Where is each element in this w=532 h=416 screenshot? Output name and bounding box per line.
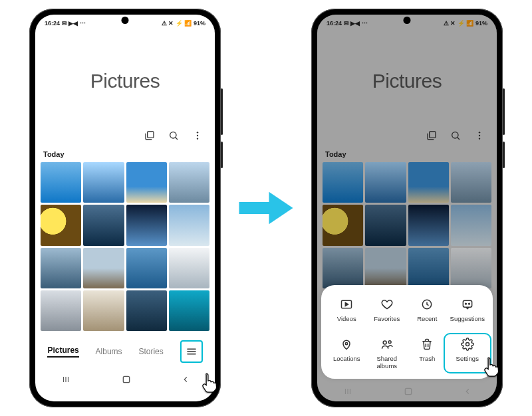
photo-thumb[interactable] <box>83 205 124 245</box>
photo-thumb[interactable] <box>169 290 209 331</box>
front-camera <box>122 17 129 24</box>
svg-point-1 <box>170 132 176 138</box>
more-icon[interactable] <box>192 130 203 141</box>
svg-point-15 <box>468 303 469 304</box>
svg-rect-0 <box>148 132 154 138</box>
clock-icon <box>420 297 434 312</box>
sheet-shared[interactable]: Shared albums <box>367 337 408 369</box>
photo-thumb[interactable] <box>451 205 491 245</box>
svg-rect-6 <box>430 132 436 138</box>
phone-right: 16:24 ✉ ▶◀ ⋯ ⚠ ✕ ⚡ 📶 91% Pictures Today <box>311 9 503 407</box>
menu-button[interactable] <box>180 340 203 363</box>
photo-thumb[interactable] <box>365 162 406 203</box>
photo-thumb[interactable] <box>408 205 449 245</box>
photo-thumb[interactable] <box>41 290 81 331</box>
photo-thumb[interactable] <box>323 162 363 203</box>
photo-thumb[interactable] <box>169 248 209 288</box>
multi-select-icon[interactable] <box>426 130 437 141</box>
photo-thumb[interactable] <box>83 162 124 203</box>
location-icon <box>339 337 354 352</box>
svg-point-10 <box>479 138 480 139</box>
transition-arrow-icon <box>233 185 299 231</box>
home-icon[interactable] <box>403 386 414 397</box>
suggestions-icon <box>460 297 475 312</box>
tab-stories[interactable]: Stories <box>138 347 163 356</box>
svg-point-2 <box>197 132 198 133</box>
section-today: Today <box>317 148 497 162</box>
bottom-tabs: Pictures Albums Stories <box>35 331 215 369</box>
page-header: Pictures <box>35 32 215 130</box>
search-icon[interactable] <box>168 130 179 141</box>
toolbar <box>317 130 497 148</box>
volume-button <box>503 88 505 135</box>
sheet-favorites[interactable]: Favorites <box>367 297 408 322</box>
trash-icon <box>420 337 434 352</box>
photo-thumb[interactable] <box>83 290 124 331</box>
videos-icon <box>339 297 354 312</box>
photo-thumb[interactable] <box>408 248 449 288</box>
section-today: Today <box>35 148 215 162</box>
front-camera <box>404 17 411 24</box>
home-icon[interactable] <box>121 374 132 385</box>
svg-point-7 <box>452 132 458 138</box>
svg-point-14 <box>465 303 466 304</box>
recents-icon[interactable] <box>60 375 72 384</box>
photo-thumb[interactable] <box>451 248 491 288</box>
photo-grid <box>317 162 497 288</box>
more-icon[interactable] <box>474 130 485 141</box>
android-navbar <box>35 369 215 389</box>
power-button <box>503 142 505 168</box>
photo-thumb[interactable] <box>323 248 363 288</box>
phone-left: 16:24 ✉ ▶◀ ⋯ ⚠ ✕ ⚡ 📶 91% Pictures Today <box>29 9 221 407</box>
gear-icon <box>460 337 475 352</box>
back-icon[interactable] <box>181 375 190 384</box>
svg-point-8 <box>479 132 480 133</box>
page-header: Pictures <box>317 32 497 130</box>
svg-point-16 <box>346 343 348 345</box>
menu-sheet: Videos Favorites Recent Suggestions Loca… <box>321 285 493 379</box>
photo-thumb[interactable] <box>41 205 81 245</box>
page-title: Pictures <box>90 70 160 92</box>
shared-icon <box>380 337 394 352</box>
heart-icon <box>380 297 394 312</box>
photo-thumb[interactable] <box>365 205 406 245</box>
tab-albums[interactable]: Albums <box>96 347 122 356</box>
power-button <box>221 142 223 168</box>
photo-thumb[interactable] <box>169 205 209 245</box>
back-icon[interactable] <box>463 387 472 396</box>
sheet-recent[interactable]: Recent <box>407 297 448 322</box>
svg-rect-13 <box>463 300 471 307</box>
android-navbar <box>317 381 497 401</box>
page-title: Pictures <box>372 70 442 92</box>
photo-thumb[interactable] <box>126 162 167 203</box>
search-icon[interactable] <box>450 130 461 141</box>
gallery-screen: 16:24 ✉ ▶◀ ⋯ ⚠ ✕ ⚡ 📶 91% Pictures Today <box>35 15 215 401</box>
sheet-videos[interactable]: Videos <box>327 297 367 322</box>
svg-point-9 <box>479 135 480 136</box>
photo-thumb[interactable] <box>169 162 209 203</box>
photo-thumb[interactable] <box>41 162 81 203</box>
sheet-settings[interactable]: Settings <box>448 337 488 369</box>
sheet-trash[interactable]: Trash <box>407 337 448 369</box>
sheet-suggestions[interactable]: Suggestions <box>448 297 488 322</box>
svg-rect-5 <box>123 376 129 382</box>
photo-thumb[interactable] <box>126 248 167 288</box>
photo-thumb[interactable] <box>126 205 167 245</box>
sheet-locations[interactable]: Locations <box>327 337 367 369</box>
photo-thumb[interactable] <box>451 162 491 203</box>
svg-point-18 <box>388 341 391 344</box>
photo-thumb[interactable] <box>408 162 449 203</box>
photo-thumb[interactable] <box>83 248 124 288</box>
svg-point-17 <box>383 341 386 344</box>
svg-point-4 <box>197 138 198 139</box>
photo-thumb[interactable] <box>41 248 81 288</box>
tab-pictures[interactable]: Pictures <box>47 346 78 358</box>
recents-icon[interactable] <box>342 387 354 396</box>
photo-thumb[interactable] <box>126 290 167 331</box>
photo-thumb[interactable] <box>365 248 406 288</box>
multi-select-icon[interactable] <box>144 130 155 141</box>
photo-thumb[interactable] <box>323 205 363 245</box>
toolbar <box>35 130 215 148</box>
svg-point-3 <box>197 135 198 136</box>
svg-point-19 <box>466 343 469 346</box>
